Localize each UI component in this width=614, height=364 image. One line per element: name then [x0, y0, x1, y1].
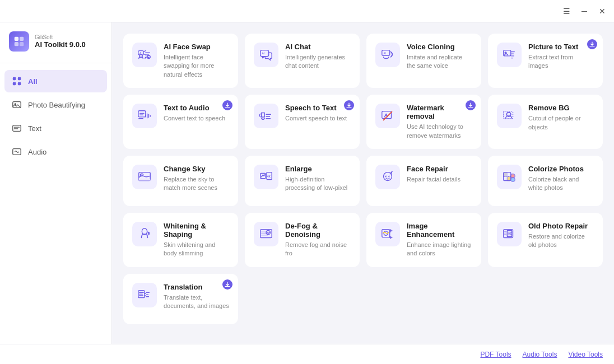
change-sky-title: Change Sky [164, 165, 229, 173]
translation-desc: Translate text, documents, and images [164, 293, 229, 311]
whitening-shaping-desc: Skin whitening and body slimming [164, 241, 229, 258]
picture-to-text-icon [497, 43, 522, 67]
old-photo-repair-icon: HD [497, 222, 522, 246]
tool-card-de-fog-denoising[interactable]: De-Fog & DenoisingRemove fog and noise f… [245, 213, 360, 267]
svg-rect-7 [18, 82, 21, 85]
speech-to-text-desc: Convert speech to text [285, 114, 351, 123]
translation-icon [132, 283, 157, 307]
voice-cloning-body: Voice CloningImitate and replicate the s… [407, 43, 472, 71]
watermark-removal-icon [375, 104, 400, 128]
watermark-removal-title: Watermark removal [407, 104, 472, 120]
image-enhancement-desc: Enhance image lighting and colors [407, 241, 472, 258]
picture-to-text-download-badge [587, 39, 597, 49]
svg-text:HD: HD [508, 232, 512, 235]
sidebar-item-text[interactable]: Text [4, 117, 107, 139]
colorize-photos-title: Colorize Photos [528, 165, 594, 173]
svg-text:AI: AI [384, 52, 386, 55]
app-layout: GiliSoft AI Toolkit 9.0.0 All [0, 22, 614, 344]
colorize-photos-body: Colorize PhotosColorize black and white … [528, 165, 594, 193]
text-to-audio-body: Text to AudioConvert text to speech [164, 104, 229, 123]
text-icon [11, 123, 22, 134]
enlarge-desc: High-definition processing of low-pixel [285, 175, 351, 193]
ai-chat-desc: Intelligently generates chat content [285, 53, 351, 71]
picture-to-text-body: Picture to TextExtract text from images [528, 43, 594, 71]
sidebar-text-label: Text [28, 124, 41, 133]
svg-rect-36 [507, 176, 511, 180]
tool-card-ai-face-swap[interactable]: AI AI Face SwapIntelligent face swapping… [123, 34, 238, 88]
de-fog-denoising-title: De-Fog & Denoising [285, 222, 351, 239]
tool-card-speech-to-text[interactable]: Speech to TextConvert speech to text [245, 95, 360, 149]
tool-card-whitening-shaping[interactable]: Whitening & ShapingSkin whitening and bo… [123, 213, 238, 267]
sidebar-item-audio[interactable]: Audio [4, 141, 107, 163]
sidebar-nav: All Photo Beautifying [0, 70, 111, 163]
svg-point-39 [142, 228, 147, 235]
svg-rect-2 [15, 42, 18, 46]
text-to-audio-title: Text to Audio [164, 104, 229, 112]
tool-card-remove-bg[interactable]: Remove BGCutout of people or objects [488, 95, 603, 149]
svg-rect-22 [138, 111, 146, 117]
main-content: AI AI Face SwapIntelligent face swapping… [112, 22, 614, 344]
photo-icon [11, 99, 22, 110]
remove-bg-body: Remove BGCutout of people or objects [528, 104, 594, 132]
tool-card-ai-chat[interactable]: AI AI ChatIntelligently generates chat c… [245, 34, 360, 88]
tool-card-text-to-audio[interactable]: Text to AudioConvert text to speech [123, 95, 238, 149]
menu-button[interactable]: ☰ [561, 7, 571, 15]
watermark-removal-desc: Use AI technology to remove watermarks [407, 123, 472, 140]
sidebar-item-photo[interactable]: Photo Beautifying [4, 94, 107, 116]
tool-card-image-enhancement[interactable]: Image EnhancementEnhance image lighting … [366, 213, 481, 267]
image-enhancement-icon [375, 222, 400, 246]
tool-card-voice-cloning[interactable]: AI Voice CloningImitate and replicate th… [366, 34, 481, 88]
old-photo-repair-desc: Restore and colorize old photos [528, 232, 594, 250]
tool-card-face-repair[interactable]: Face RepairRepair facial details [366, 156, 481, 206]
voice-cloning-desc: Imitate and replicate the same voice [407, 53, 472, 71]
video-tools-link[interactable]: Video Tools [568, 351, 603, 358]
tool-card-old-photo-repair[interactable]: HD Old Photo RepairRestore and colorize … [488, 213, 603, 267]
remove-bg-icon [497, 104, 522, 128]
translation-body: TranslationTranslate text, documents, an… [164, 283, 229, 311]
tool-card-picture-to-text[interactable]: Picture to TextExtract text from images [488, 34, 603, 88]
logo-text: GiliSoft AI Toolkit 9.0.0 [35, 34, 86, 49]
sidebar-item-all[interactable]: All [4, 70, 107, 92]
speech-to-text-download-badge [344, 100, 354, 110]
tool-card-colorize-photos[interactable]: Colorize PhotosColorize black and white … [488, 156, 603, 206]
change-sky-body: Change SkyReplace the sky to match more … [164, 165, 229, 193]
speech-to-text-title: Speech to Text [285, 104, 351, 112]
tool-card-change-sky[interactable]: Change SkyReplace the sky to match more … [123, 156, 238, 206]
window-controls: ☰ ─ ✕ [561, 7, 607, 15]
image-enhancement-title: Image Enhancement [407, 222, 472, 239]
de-fog-denoising-body: De-Fog & DenoisingRemove fog and noise f… [285, 222, 351, 258]
close-button[interactable]: ✕ [597, 7, 607, 15]
text-to-audio-desc: Convert text to speech [164, 114, 229, 123]
face-repair-body: Face RepairRepair facial details [407, 165, 472, 184]
ai-face-swap-desc: Intelligent face swapping for more natur… [164, 53, 229, 79]
old-photo-repair-body: Old Photo RepairRestore and colorize old… [528, 222, 594, 250]
svg-rect-0 [15, 37, 18, 41]
svg-rect-6 [13, 82, 16, 85]
picture-to-text-title: Picture to Text [528, 43, 594, 51]
audio-tools-link[interactable]: Audio Tools [523, 351, 557, 358]
text-to-audio-download-badge [222, 100, 232, 110]
face-repair-title: Face Repair [407, 165, 472, 173]
logo-icon [9, 31, 29, 52]
de-fog-denoising-icon [254, 222, 278, 246]
footer: PDF Tools Audio Tools Video Tools [0, 344, 614, 364]
face-repair-icon [375, 165, 400, 189]
voice-cloning-title: Voice Cloning [407, 43, 472, 51]
logo-brand: GiliSoft [35, 34, 86, 40]
svg-text:4K: 4K [267, 175, 271, 178]
svg-rect-35 [504, 172, 508, 176]
sidebar: GiliSoft AI Toolkit 9.0.0 All [0, 22, 112, 344]
sidebar-photo-label: Photo Beautifying [28, 101, 85, 109]
audio-icon [11, 146, 22, 157]
speech-to-text-icon [254, 104, 278, 128]
tool-card-enlarge[interactable]: 4K EnlargeHigh-definition processing of … [245, 156, 360, 206]
ai-face-swap-icon: AI [132, 43, 157, 67]
whitening-shaping-title: Whitening & Shaping [164, 222, 229, 239]
tool-card-watermark-removal[interactable]: Watermark removalUse AI technology to re… [366, 95, 481, 149]
minimize-button[interactable]: ─ [579, 7, 589, 15]
tool-card-translation[interactable]: TranslationTranslate text, documents, an… [123, 274, 238, 324]
colorize-photos-desc: Colorize black and white photos [528, 175, 594, 193]
pdf-tools-link[interactable]: PDF Tools [480, 351, 511, 358]
sidebar-logo: GiliSoft AI Toolkit 9.0.0 [0, 31, 111, 63]
svg-rect-10 [13, 125, 21, 132]
